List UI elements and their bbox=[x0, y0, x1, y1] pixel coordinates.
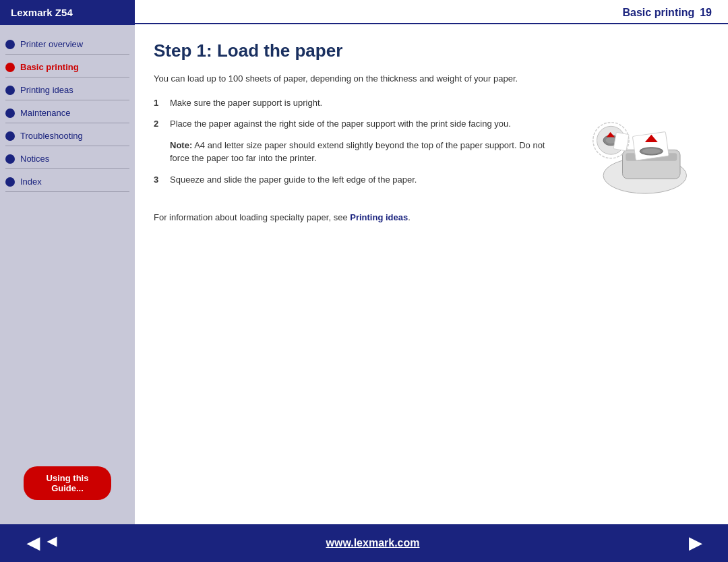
steps-area: 1 Make sure the paper support is upright… bbox=[154, 96, 561, 204]
content-header: Basic printing 19 bbox=[135, 0, 728, 24]
nav-divider-troubleshooting bbox=[5, 146, 129, 146]
nav-label-printing-ideas: Printing ideas bbox=[20, 85, 73, 95]
intro-text: You can load up to 100 sheets of paper, … bbox=[154, 72, 709, 86]
nav-dot-printing-ideas bbox=[5, 86, 15, 95]
nav-divider-basic-printing bbox=[5, 77, 129, 77]
back-arrow[interactable]: ◀ bbox=[27, 534, 39, 553]
nav-label-printer-overview: Printer overview bbox=[20, 39, 83, 49]
step-3: 3 Squeeze and slide the paper guide to t… bbox=[154, 173, 561, 187]
note-box: Note: A4 and letter size paper should ex… bbox=[170, 139, 561, 165]
nav-divider-printing-ideas bbox=[5, 100, 129, 100]
nav-label-basic-printing: Basic printing bbox=[20, 62, 79, 72]
sidebar-item-maintenance[interactable]: Maintenance bbox=[0, 104, 135, 121]
footer-text-prefix: For information about loading specialty … bbox=[154, 212, 350, 222]
nav-dot-basic-printing bbox=[5, 63, 15, 72]
main-container: Lexmark Z54 Printer overviewBasic printi… bbox=[0, 0, 728, 524]
printer-svg bbox=[578, 98, 706, 202]
nav-label-maintenance: Maintenance bbox=[20, 108, 70, 118]
step-3-text: Squeeze and slide the paper guide to the… bbox=[170, 173, 417, 187]
nav-label-index: Index bbox=[20, 177, 42, 187]
sidebar-item-notices[interactable]: Notices bbox=[0, 150, 135, 167]
back-arrow-small[interactable]: ◀ bbox=[47, 534, 57, 553]
step-2-num: 2 bbox=[154, 117, 164, 131]
using-guide-button[interactable]: Using thisGuide... bbox=[24, 466, 111, 500]
nav-label-troubleshooting: Troubleshooting bbox=[20, 131, 83, 141]
sidebar-brand: Lexmark Z54 bbox=[0, 0, 135, 25]
step-2: 2 Place the paper against the right side… bbox=[154, 117, 561, 131]
printing-ideas-link[interactable]: Printing ideas bbox=[350, 212, 408, 222]
nav-dot-index bbox=[5, 177, 15, 187]
nav-items-container: Printer overviewBasic printingPrinting i… bbox=[0, 36, 135, 196]
nav-divider-maintenance bbox=[5, 123, 129, 123]
sidebar: Lexmark Z54 Printer overviewBasic printi… bbox=[0, 0, 135, 524]
sidebar-item-basic-printing[interactable]: Basic printing bbox=[0, 59, 135, 75]
section-title: Basic printing bbox=[623, 7, 695, 19]
page-number: 19 bbox=[700, 7, 712, 19]
nav-label-notices: Notices bbox=[20, 154, 49, 164]
step-3-num: 3 bbox=[154, 173, 164, 187]
svg-point-5 bbox=[642, 149, 661, 154]
svg-rect-12 bbox=[613, 132, 629, 151]
note-text: A4 and letter size paper should extend s… bbox=[170, 140, 545, 164]
sidebar-item-printer-overview[interactable]: Printer overview bbox=[0, 36, 135, 53]
content-area: Basic printing 19 Step 1: Load the paper… bbox=[135, 0, 728, 524]
note-label: Note: bbox=[170, 140, 192, 150]
step-1-num: 1 bbox=[154, 96, 164, 110]
bottom-bar: ◀ ◀ www.lexmark.com ▶ bbox=[0, 524, 728, 562]
nav-dot-notices bbox=[5, 154, 15, 164]
website-url[interactable]: www.lexmark.com bbox=[326, 537, 419, 549]
page-title: Step 1: Load the paper bbox=[154, 40, 709, 61]
step-1: 1 Make sure the paper support is upright… bbox=[154, 96, 561, 110]
footer-text: For information about loading specialty … bbox=[154, 212, 709, 222]
step-1-text: Make sure the paper support is upright. bbox=[170, 96, 322, 110]
printer-illustration bbox=[574, 96, 709, 204]
sidebar-spacer bbox=[0, 196, 135, 466]
nav-dot-printer-overview bbox=[5, 40, 15, 49]
step-2-text: Place the paper against the right side o… bbox=[170, 117, 511, 131]
nav-dot-maintenance bbox=[5, 108, 15, 118]
content-with-image: 1 Make sure the paper support is upright… bbox=[154, 96, 709, 204]
nav-divider-printer-overview bbox=[5, 54, 129, 55]
sidebar-item-printing-ideas[interactable]: Printing ideas bbox=[0, 82, 135, 98]
content-body: Step 1: Load the paper You can load up t… bbox=[135, 30, 728, 524]
nav-divider-notices bbox=[5, 168, 129, 169]
nav-divider-index bbox=[5, 191, 129, 192]
footer-text-suffix: . bbox=[408, 212, 411, 222]
nav-dot-troubleshooting bbox=[5, 131, 15, 141]
sidebar-item-index[interactable]: Index bbox=[0, 173, 135, 190]
bottom-nav-left: ◀ ◀ bbox=[27, 534, 57, 553]
forward-arrow[interactable]: ▶ bbox=[689, 534, 701, 553]
sidebar-item-troubleshooting[interactable]: Troubleshooting bbox=[0, 127, 135, 144]
